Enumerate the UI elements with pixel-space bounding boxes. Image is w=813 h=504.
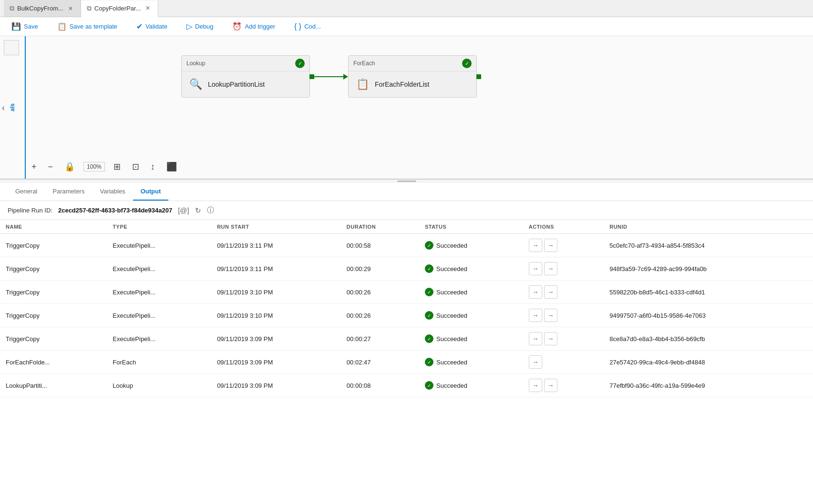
tab-output[interactable]: Output (133, 183, 169, 201)
action-navigate-btn[interactable]: → (529, 332, 542, 345)
action-navigate-btn[interactable]: → (529, 239, 542, 252)
cell-type: ForEach (107, 351, 211, 374)
action-rerun-btn[interactable]: → (544, 379, 557, 392)
table-row[interactable]: TriggerCopy ExecutePipeli... 09/11/2019 … (0, 257, 813, 281)
action-rerun-btn[interactable]: → (544, 262, 557, 275)
action-rerun-btn[interactable]: → (544, 285, 557, 299)
lookup-activity-icon: 🔍 (189, 78, 202, 91)
main-layout: ‹ als Lookup ✓ 🔍 LookupPartitionList (0, 36, 813, 500)
table-row[interactable]: LookupPartiti... Lookup 09/11/2019 3:09 … (0, 374, 813, 397)
debug-button[interactable]: ▷ Debug (183, 20, 217, 33)
tab-general[interactable]: General (8, 183, 45, 201)
tab-bulkcopy-close[interactable]: ✕ (66, 4, 75, 13)
table-wrapper[interactable]: NAME TYPE RUN START DURATION STATUS ACTI… (0, 220, 813, 500)
code-icon: { } (294, 22, 301, 31)
cell-name: TriggerCopy (0, 234, 107, 257)
cell-runid: 5598220b-b8d5-46c1-b333-cdf4d1 (604, 281, 813, 304)
save-button[interactable]: 💾 Save (8, 20, 42, 33)
add-trigger-button[interactable]: ⏰ Add trigger (228, 20, 279, 33)
tab-bulkcopy[interactable]: ⧉ BulkCopyFrom... ✕ (4, 0, 81, 17)
cell-duration: 00:02:47 (341, 351, 419, 374)
status-text: Succeeded (436, 359, 467, 366)
resize-handle-bar (397, 181, 416, 182)
foreach-node-type: ForEach (353, 60, 375, 67)
cell-run-start: 09/11/2019 3:11 PM (211, 257, 341, 281)
status-text: Succeeded (436, 382, 467, 389)
zoom-controls: + − 🔒 100% ⊞ ⊡ ↕ ⬛ (29, 161, 180, 173)
canvas-area[interactable]: ‹ als Lookup ✓ 🔍 LookupPartitionList (0, 36, 813, 179)
add-trigger-label: Add trigger (245, 23, 275, 30)
tab-copyfolder[interactable]: ⧉ CopyFolderPar... ✕ (81, 0, 159, 17)
cell-type: ExecutePipeli... (107, 281, 211, 304)
zoom-fit-button[interactable]: 100% (83, 162, 105, 171)
tab-parameters[interactable]: Parameters (45, 183, 92, 201)
refresh-run-button[interactable]: ↻ (195, 206, 201, 215)
cell-runid: 77efbf90-a36c-49fc-a19a-599e4e9 (604, 374, 813, 397)
lookup-node[interactable]: Lookup ✓ 🔍 LookupPartitionList (181, 55, 310, 98)
cell-name: TriggerCopy (0, 281, 107, 304)
status-success-icon: ✓ (425, 334, 433, 343)
table-row[interactable]: TriggerCopy ExecutePipeli... 09/11/2019 … (0, 304, 813, 327)
info-run-button[interactable]: ⓘ (207, 206, 214, 215)
zoom-reset-button[interactable]: ⊞ (111, 161, 123, 173)
tab-copyfolder-icon: ⧉ (87, 4, 92, 12)
table-row[interactable]: TriggerCopy ExecutePipeli... 09/11/2019 … (0, 327, 813, 351)
table-row[interactable]: ForEachFolde... ForEach 09/11/2019 3:09 … (0, 351, 813, 374)
action-navigate-btn[interactable]: → (529, 262, 542, 275)
table-row[interactable]: TriggerCopy ExecutePipeli... 09/11/2019 … (0, 281, 813, 304)
foreach-right-connector (476, 74, 481, 79)
lock-button[interactable]: 🔒 (62, 161, 78, 173)
code-button[interactable]: { } Cod... (290, 20, 325, 33)
zoom-in-button[interactable]: + (29, 161, 40, 173)
cell-type: ExecutePipeli... (107, 327, 211, 351)
action-rerun-btn[interactable]: → (544, 332, 557, 345)
cell-actions: →→ (523, 327, 604, 351)
table-row[interactable]: TriggerCopy ExecutePipeli... 09/11/2019 … (0, 234, 813, 257)
zoom-out-button[interactable]: − (45, 161, 56, 173)
action-navigate-btn[interactable]: → (529, 309, 542, 322)
arrow-head (343, 74, 348, 80)
tab-copyfolder-close[interactable]: ✕ (144, 4, 152, 12)
foreach-activity-name: ForEachFolderList (375, 81, 429, 88)
status-success-icon: ✓ (425, 381, 433, 390)
minimap-button[interactable]: ⬛ (164, 161, 180, 173)
run-id-label: Pipeline Run ID: (8, 207, 52, 214)
cell-actions: →→ (523, 281, 604, 304)
cell-type: ExecutePipeli... (107, 304, 211, 327)
status-text: Succeeded (436, 265, 467, 272)
foreach-node-body: 📋 ForEachFolderList (349, 71, 476, 97)
status-text: Succeeded (436, 289, 467, 296)
col-runid: RUNID (604, 220, 813, 234)
save-as-template-button[interactable]: 📋 Save as template (53, 20, 121, 33)
cell-type: Lookup (107, 374, 211, 397)
select-button[interactable]: ⊡ (129, 161, 142, 173)
cell-duration: 00:00:26 (341, 281, 419, 304)
action-rerun-btn[interactable]: → (544, 309, 557, 322)
status-badge: ✓ Succeeded (425, 311, 517, 320)
run-id-value: 2cecd257-62ff-4633-bf73-f84de934a207 (58, 207, 172, 214)
cell-run-start: 09/11/2019 3:09 PM (211, 374, 341, 397)
action-navigate-btn[interactable]: → (529, 285, 542, 299)
status-badge: ✓ Succeeded (425, 241, 517, 250)
arrange-button[interactable]: ↕ (148, 161, 158, 173)
status-badge: ✓ Succeeded (425, 334, 517, 343)
pipeline-container: Lookup ✓ 🔍 LookupPartitionList (181, 55, 477, 98)
validate-button[interactable]: ✔ Validate (133, 20, 171, 33)
foreach-node[interactable]: ForEach ✓ 📋 ForEachFolderList (348, 55, 477, 98)
action-navigate-btn[interactable]: → (529, 355, 542, 369)
tab-copyfolder-label: CopyFolderPar... (94, 5, 141, 12)
cell-status: ✓ Succeeded (419, 374, 523, 397)
col-duration: DURATION (341, 220, 419, 234)
debug-icon: ▷ (186, 22, 192, 31)
status-badge: ✓ Succeeded (425, 288, 517, 296)
action-navigate-btn[interactable]: → (529, 379, 542, 392)
col-run-start: RUN START (211, 220, 341, 234)
resize-handle[interactable] (0, 179, 813, 183)
cell-duration: 00:00:27 (341, 327, 419, 351)
action-rerun-btn[interactable]: → (544, 239, 557, 252)
save-icon: 💾 (11, 22, 21, 31)
save-template-icon: 📋 (57, 22, 67, 31)
tab-variables[interactable]: Variables (92, 183, 133, 201)
copy-run-id-button[interactable]: [@] (178, 206, 189, 214)
cell-name: TriggerCopy (0, 257, 107, 281)
